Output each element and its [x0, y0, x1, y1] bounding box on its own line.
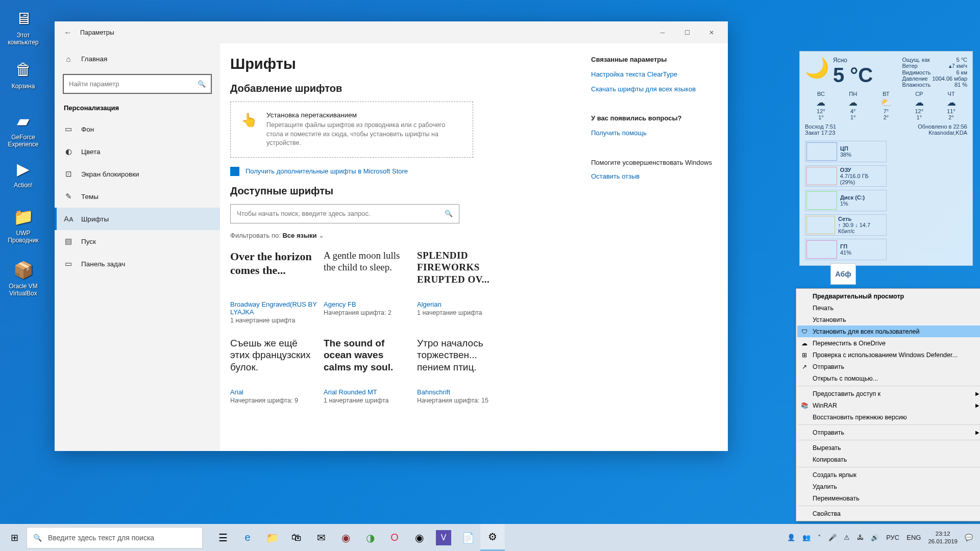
desktop-icon-0[interactable]: 🖥Этот компьютер: [4, 9, 42, 46]
context-menu-item[interactable]: Создать ярлык: [797, 469, 980, 481]
sidebar-item-4[interactable]: AᴀШрифты: [55, 208, 220, 230]
taskbar-notepad[interactable]: 📄: [456, 524, 480, 551]
tray-lang1[interactable]: РУС: [886, 534, 899, 541]
tray-notifications-icon[interactable]: 💬: [965, 534, 973, 541]
submenu-arrow-icon: ▶: [975, 430, 979, 435]
font-search-placeholder: Чтобы начать поиск, введите здесь запрос…: [237, 210, 371, 217]
drop-title: Установка перетаскиванием: [266, 111, 462, 119]
context-menu-item[interactable]: Предоставить доступ к▶: [797, 388, 980, 399]
taskbar-search[interactable]: 🔍 Введите здесь текст для поиска: [27, 527, 203, 548]
tray-network-icon[interactable]: 🖧: [857, 534, 864, 541]
taskbar-mail[interactable]: ✉: [309, 524, 333, 551]
context-menu-item[interactable]: Восстановить прежнюю версию: [797, 411, 980, 423]
sidebar-item-5[interactable]: ▤Пуск: [55, 230, 220, 253]
taskbar-edge[interactable]: e: [235, 524, 260, 551]
page-heading: Шрифты: [230, 56, 571, 72]
tray-user-icon[interactable]: 👤: [787, 534, 795, 541]
sidebar-home[interactable]: ⌂Главная: [55, 47, 220, 70]
context-menu-item[interactable]: 🛡Установить для всех пользователей: [797, 325, 980, 337]
desktop-icon-2[interactable]: ▰GeForce Experience: [4, 111, 42, 148]
taskbar-chrome[interactable]: ◉: [407, 524, 431, 551]
font-card-0[interactable]: Over the horizon comes the... Broadway E…: [230, 249, 320, 324]
tray-mic-icon[interactable]: 🎤: [828, 534, 837, 541]
drag-icon: 👆: [241, 112, 257, 128]
font-preview: Съешь же ещё этих французских булок.: [230, 337, 320, 384]
settings-search-input[interactable]: Найти параметр 🔍: [63, 74, 212, 94]
desktop-icon-3[interactable]: ▶Action!: [4, 159, 42, 189]
submenu-arrow-icon: ▶: [975, 391, 979, 396]
tray-chevron-up-icon[interactable]: ˄: [818, 534, 821, 541]
sidebar-item-0[interactable]: ▭Фон: [55, 118, 220, 140]
taskbar-settings[interactable]: ⚙: [480, 524, 505, 551]
tray-people-icon[interactable]: 👥: [802, 534, 811, 541]
start-button[interactable]: ⊞: [2, 524, 27, 551]
filter-value: Все языки: [282, 232, 316, 239]
context-menu-item[interactable]: Свойства: [797, 508, 980, 519]
close-button[interactable]: ✕: [699, 21, 724, 43]
forecast-day: ВТ⛅7°2°: [880, 91, 892, 120]
taskbar-opera[interactable]: O: [382, 524, 407, 551]
tray-warning-icon[interactable]: ⚠: [844, 534, 850, 541]
maximize-button[interactable]: ☐: [675, 21, 699, 43]
minimize-button[interactable]: ─: [650, 21, 675, 43]
menu-item-label: WinRAR: [813, 402, 837, 409]
context-menu-item[interactable]: Отправить▶: [797, 427, 980, 438]
taskbar-app1[interactable]: ◉: [333, 524, 358, 551]
filter-label: Фильтровать по:: [230, 232, 281, 239]
cleartype-link[interactable]: Настройка текста ClearType: [591, 70, 714, 78]
settings-sidebar: ⌂Главная Найти параметр 🔍 Персонализация…: [55, 43, 220, 451]
download-fonts-link[interactable]: Скачать шрифты для всех языков: [591, 85, 714, 93]
tray-volume-icon[interactable]: 🔊: [871, 534, 879, 541]
filter-row[interactable]: Фильтровать по: Все языки ⌄: [230, 232, 571, 239]
related-heading: Связанные параметры: [591, 56, 714, 63]
context-menu-item[interactable]: Вырезать: [797, 442, 980, 454]
submenu-arrow-icon: ▶: [975, 403, 979, 408]
context-menu-item[interactable]: ☁Переместить в OneDrive: [797, 337, 980, 349]
context-menu-item[interactable]: Копировать: [797, 454, 980, 465]
taskbar-vs[interactable]: V: [436, 530, 451, 545]
task-view-button[interactable]: ☰: [211, 524, 235, 551]
font-card-1[interactable]: A gentle moon lulls the child to sleep. …: [324, 249, 413, 324]
font-card-2[interactable]: SPLENDID FIREWORKS ERUPTED OV... Algeria…: [417, 249, 506, 324]
font-card-3[interactable]: Съешь же ещё этих французских булок. Ari…: [230, 337, 320, 404]
home-icon: ⌂: [64, 55, 73, 63]
font-meta: 1 начертание шрифта: [324, 397, 413, 404]
context-menu-item[interactable]: Удалить: [797, 481, 980, 492]
context-menu-item[interactable]: Предварительный просмотр: [797, 290, 980, 302]
context-menu-item[interactable]: 📚WinRAR▶: [797, 399, 980, 411]
taskbar-app2[interactable]: ◑: [358, 524, 382, 551]
font-card-4[interactable]: The sound of ocean waves calms my soul. …: [324, 337, 413, 404]
taskbar-store[interactable]: 🛍: [284, 524, 309, 551]
desktop-icon-5[interactable]: 📦Oracle VM VirtualBox: [4, 260, 42, 297]
system-stat-ОЗУ: ОЗУ4.7/16.0 ГБ (29%): [805, 165, 887, 187]
context-menu-item[interactable]: Открыть с помощью...: [797, 372, 980, 384]
taskbar-explorer[interactable]: 📁: [260, 524, 284, 551]
sidebar-item-2[interactable]: ⊡Экран блокировки: [55, 163, 220, 185]
context-menu-item[interactable]: Печать: [797, 302, 980, 314]
feedback-link[interactable]: Оставить отзыв: [591, 172, 714, 180]
sidebar-item-3[interactable]: ✎Темы: [55, 185, 220, 208]
font-drop-zone[interactable]: 👆 Установка перетаскиванием Перетащите ф…: [230, 102, 473, 158]
context-menu-item[interactable]: ↗Отправить: [797, 361, 980, 372]
sidebar-item-6[interactable]: ▭Панель задач: [55, 253, 220, 275]
context-menu-item[interactable]: Переименовать: [797, 492, 980, 504]
menu-item-label: Установить: [813, 316, 846, 323]
font-meta: Начертания шрифта: 9: [230, 397, 320, 404]
sidebar-icon: ⊡: [64, 169, 73, 179]
desktop-icon-4[interactable]: 📁UWP Проводник: [4, 207, 42, 244]
font-file-icon[interactable]: Абф: [825, 263, 861, 285]
store-link[interactable]: Получить дополнительные шрифты в Microso…: [230, 167, 571, 176]
font-card-5[interactable]: Утро началось торжествен... пением птиц.…: [417, 337, 506, 404]
context-menu-item[interactable]: ⊞Проверка с использованием Windows Defen…: [797, 349, 980, 361]
font-search-input[interactable]: Чтобы начать поиск, введите здесь запрос…: [230, 204, 459, 223]
desktop-icon-1[interactable]: 🗑Корзина: [4, 60, 42, 90]
sidebar-item-1[interactable]: ◐Цвета: [55, 140, 220, 163]
menu-item-icon: ☁: [800, 339, 808, 347]
tray-lang2[interactable]: ENG: [906, 534, 921, 541]
back-button[interactable]: ←: [59, 28, 77, 37]
questions-heading: У вас появились вопросы?: [591, 114, 714, 122]
context-menu-item[interactable]: Установить: [797, 314, 980, 325]
menu-item-label: Отправить: [813, 363, 844, 370]
tray-clock[interactable]: 23:1226.01.2019: [928, 530, 958, 545]
help-link[interactable]: Получить помощь: [591, 129, 714, 137]
